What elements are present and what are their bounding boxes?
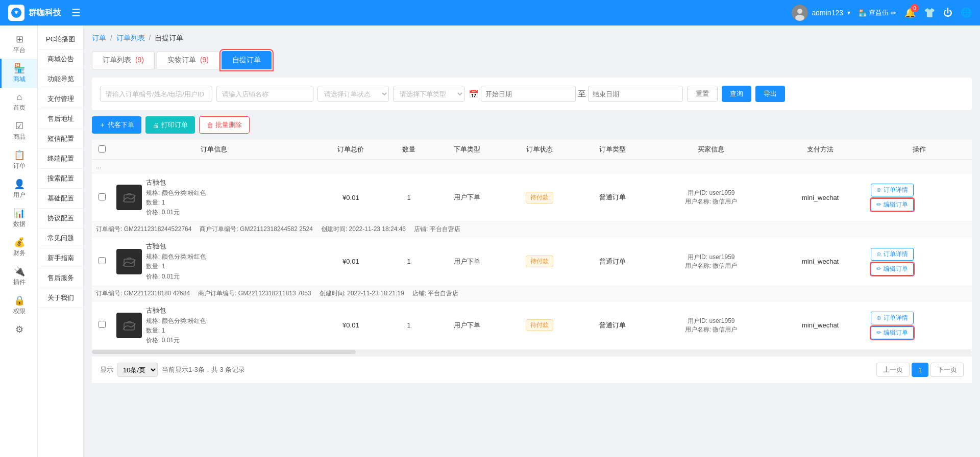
query-button[interactable]: 查询 bbox=[722, 86, 751, 102]
per-page-select[interactable]: 10条/页 20条/页 50条/页 bbox=[117, 363, 158, 377]
order-type-select[interactable]: 请选择下单类型 bbox=[393, 86, 464, 102]
nav-menu-item[interactable]: PC轮播图 bbox=[38, 30, 83, 49]
order-status: 待付款 bbox=[503, 237, 577, 286]
breadcrumb-part-1[interactable]: 订单 bbox=[92, 34, 106, 42]
order-icon: 📋 bbox=[14, 149, 25, 161]
edit-order-button[interactable]: ✏ 编辑订单 bbox=[871, 198, 913, 211]
sidebar-item-user[interactable]: 👤 用户 bbox=[0, 174, 37, 204]
orders-table-container: 订单信息 订单总价 数量 下单类型 订单状态 订单类型 买家信息 支付方法 操作… bbox=[92, 140, 972, 350]
sidebar-item-data[interactable]: 📊 数据 bbox=[0, 204, 37, 233]
select-all-checkbox[interactable] bbox=[99, 145, 106, 153]
edit-order-button[interactable]: ✏ 编辑订单 bbox=[871, 263, 913, 275]
tab-self-pickup[interactable]: 自提订单 bbox=[222, 51, 272, 69]
order-status-select[interactable]: 请选择订单状态 bbox=[317, 86, 389, 102]
pagination: 显示 10条/页 20条/页 50条/页 当前显示1-3条，共 3 条记录 上一… bbox=[92, 356, 972, 383]
place-order-button[interactable]: ＋ 代客下单 bbox=[92, 116, 141, 134]
sidebar-item-order[interactable]: 📋 订单 bbox=[0, 145, 37, 174]
user-menu[interactable]: admin123 ▾ bbox=[792, 5, 851, 21]
tab-physical-order[interactable]: 实物订单 (9) bbox=[157, 51, 219, 69]
product-info: 古驰包 规格: 颜色分类:粉红色 数量: 1 价格: 0.01元 bbox=[116, 177, 311, 217]
svg-point-1 bbox=[15, 12, 17, 14]
date-separator: 至 bbox=[578, 89, 586, 99]
sidebar-item-settings[interactable]: ⚙ bbox=[0, 320, 37, 340]
chevron-down-icon: ▾ bbox=[847, 9, 850, 16]
batch-delete-button[interactable]: 🗑 批量删除 bbox=[199, 116, 250, 134]
power-icon[interactable]: ⏻ bbox=[943, 8, 952, 18]
user-icon: 👤 bbox=[14, 179, 25, 190]
tab-order-list[interactable]: 订单列表 (9) bbox=[92, 51, 155, 69]
sidebar-item-permission[interactable]: 🔒 权限 bbox=[0, 291, 37, 320]
nav-menu-item[interactable]: 售后服务 bbox=[38, 268, 83, 288]
menu-toggle-icon[interactable]: ☰ bbox=[71, 7, 81, 19]
globe-icon[interactable]: 🌐 bbox=[961, 7, 972, 18]
breadcrumb: 订单 / 订单列表 / 自提订单 bbox=[92, 34, 972, 43]
settings-icon: ⚙ bbox=[15, 324, 23, 335]
per-page-label: 显示 bbox=[100, 365, 113, 374]
order-detail-button[interactable]: ⊙ 订单详情 bbox=[871, 312, 913, 324]
buyer-id: 用户ID: user1959 bbox=[652, 189, 769, 197]
pagination-left: 显示 10条/页 20条/页 50条/页 当前显示1-3条，共 3 条记录 bbox=[100, 363, 245, 377]
order-tabs: 订单列表 (9) 实物订单 (9) 自提订单 bbox=[92, 51, 972, 69]
order-detail-button[interactable]: ⊙ 订单详情 bbox=[871, 248, 913, 261]
product-info: 古驰包 规格: 颜色分类:粉红色 数量: 1 价格: 0.01元 bbox=[116, 306, 311, 345]
product-spec: 规格: 颜色分类:粉红色 bbox=[146, 316, 206, 326]
product-image bbox=[116, 185, 142, 210]
end-date-input[interactable] bbox=[588, 86, 683, 102]
buyer-info: 用户ID: user1959用户名称: 微信用户 bbox=[648, 173, 773, 222]
shop-name-input[interactable] bbox=[216, 86, 313, 102]
export-button[interactable]: 导出 bbox=[755, 86, 785, 102]
product-price: 价格: 0.01元 bbox=[146, 336, 206, 345]
sidebar-item-platform[interactable]: ⊞ 平台 bbox=[0, 30, 37, 59]
status-badge: 待付款 bbox=[526, 256, 553, 267]
sidebar-item-finance[interactable]: 💰 财务 bbox=[0, 233, 37, 262]
order-no-input[interactable] bbox=[100, 86, 212, 102]
sidebar-item-goods[interactable]: ☑ 商品 bbox=[0, 116, 37, 145]
status-badge: 待付款 bbox=[526, 192, 553, 204]
notification-bell[interactable]: 🔔 0 bbox=[904, 7, 916, 18]
sidebar-item-mall[interactable]: 🏪 商城 bbox=[0, 59, 37, 88]
next-page-button[interactable]: 下一页 bbox=[930, 363, 964, 377]
plugin-icon: 🔌 bbox=[14, 266, 25, 277]
nav-menu-item[interactable]: 支付管理 bbox=[38, 89, 83, 109]
nav-menu-item[interactable]: 售后地址 bbox=[38, 109, 83, 129]
product-info: 古驰包 规格: 颜色分类:粉红色 数量: 1 价格: 0.01元 bbox=[116, 241, 311, 281]
calendar-icon: 📅 bbox=[469, 89, 479, 99]
nav-menu-item[interactable]: 短信配置 bbox=[38, 129, 83, 149]
start-date-input[interactable] bbox=[481, 86, 576, 102]
svg-rect-5 bbox=[119, 187, 139, 208]
tshirt-icon[interactable]: 👕 bbox=[924, 7, 935, 18]
shop-selector[interactable]: 🏪 查益伍 ✏ bbox=[859, 8, 896, 17]
nav-menu-item[interactable]: 功能导览 bbox=[38, 69, 83, 89]
product-details: 古驰包 规格: 颜色分类:粉红色 数量: 1 价格: 0.01元 bbox=[146, 306, 206, 345]
home-icon: ⌂ bbox=[17, 92, 22, 103]
svg-point-4 bbox=[795, 15, 804, 21]
order-quantity: 1 bbox=[387, 301, 431, 349]
nav-menu-item[interactable]: 基础配置 bbox=[38, 189, 83, 209]
breadcrumb-part-2[interactable]: 订单列表 bbox=[116, 34, 145, 42]
sidebar-item-home[interactable]: ⌂ 首页 bbox=[0, 88, 37, 116]
nav-menu-item[interactable]: 新手指南 bbox=[38, 248, 83, 268]
product-name: 古驰包 bbox=[146, 177, 206, 188]
nav-menu-item[interactable]: 商城公告 bbox=[38, 49, 83, 69]
nav-menu-item[interactable]: 常见问题 bbox=[38, 229, 83, 248]
order-detail-button[interactable]: ⊙ 订单详情 bbox=[871, 184, 913, 196]
page-1-button[interactable]: 1 bbox=[912, 363, 928, 377]
reset-button[interactable]: 重置 bbox=[687, 86, 718, 102]
avatar bbox=[792, 5, 808, 21]
row-checkbox[interactable] bbox=[99, 321, 106, 328]
action-bar: ＋ 代客下单 🖨 打印订单 🗑 批量删除 bbox=[92, 116, 972, 134]
horizontal-scrollbar[interactable] bbox=[92, 350, 972, 354]
row-checkbox[interactable] bbox=[99, 193, 106, 200]
prev-page-button[interactable]: 上一页 bbox=[876, 363, 910, 377]
edit-order-button[interactable]: ✏ 编辑订单 bbox=[871, 326, 913, 339]
nav-menu-item[interactable]: 协议配置 bbox=[38, 209, 83, 229]
row-checkbox[interactable] bbox=[99, 257, 106, 264]
order-quantity: 1 bbox=[387, 237, 431, 286]
nav-menu-item[interactable]: 终端配置 bbox=[38, 149, 83, 169]
nav-menu-item[interactable]: 搜索配置 bbox=[38, 169, 83, 189]
print-order-button[interactable]: 🖨 打印订单 bbox=[145, 116, 195, 134]
order-status: 待付款 bbox=[503, 301, 577, 349]
product-name: 古驰包 bbox=[146, 306, 206, 316]
sidebar-item-plugin[interactable]: 🔌 插件 bbox=[0, 262, 37, 291]
nav-menu-item[interactable]: 关于我们 bbox=[38, 288, 83, 308]
